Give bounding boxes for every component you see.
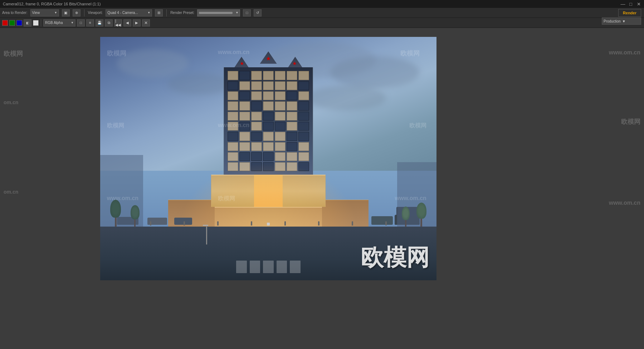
- window-cell: [298, 71, 309, 80]
- viewport-icon-btn[interactable]: ⊞: [155, 9, 163, 16]
- channel-btn2[interactable]: ≡: [86, 19, 94, 26]
- window-cell: [287, 112, 297, 121]
- window-cell: [228, 152, 238, 161]
- window-cell: [263, 132, 274, 141]
- production-dropdown[interactable]: Production ▼: [602, 18, 641, 25]
- right-panel: www.om.cn 欧模网 www.om.cn: [437, 28, 644, 349]
- window-cell: [251, 91, 262, 100]
- area-dropdown-arrow: ▼: [54, 11, 57, 14]
- window-cell: [239, 152, 250, 161]
- window-cell: [239, 91, 250, 100]
- window-cell: [251, 81, 262, 90]
- window-cell: [287, 142, 297, 151]
- sep2: [166, 9, 167, 16]
- window-cell: [287, 71, 297, 80]
- channel-value: RGB Alpha: [45, 21, 63, 25]
- window-cell: [298, 101, 309, 110]
- window-cell: [275, 81, 286, 90]
- area-dropdown[interactable]: View ▼: [30, 9, 59, 16]
- tool-btn2[interactable]: ⧉: [105, 19, 113, 26]
- window-cell: [251, 101, 262, 110]
- area-label: Area to Render:: [2, 11, 28, 15]
- window-cell: [251, 71, 262, 80]
- window-cell: [263, 162, 274, 171]
- window-cell: [251, 162, 262, 171]
- window-cell: [239, 71, 250, 80]
- window-cell: [298, 112, 309, 121]
- window-cell: [287, 101, 297, 110]
- window-cell: [298, 91, 309, 100]
- channel-btn1[interactable]: □: [77, 19, 85, 26]
- stripe-2: [250, 261, 260, 273]
- swatch-blue[interactable]: [16, 20, 22, 26]
- sep1: [84, 9, 84, 16]
- watermark-right-mid: 欧模网: [621, 117, 640, 126]
- preset-icon-btn1[interactable]: □: [243, 9, 251, 16]
- toolbar-row-2: ◧ RGB Alpha ▼ □ ≡ 💾 ⧉ |◀◀ ◀ ▶ ✕: [0, 18, 644, 28]
- window-cell: [275, 152, 286, 161]
- crosswalk: [236, 261, 301, 273]
- window-cell: [239, 142, 250, 151]
- cloud-4: [167, 73, 232, 95]
- swatch-green[interactable]: [9, 20, 15, 26]
- window-cell: [228, 91, 238, 100]
- production-value: Production: [604, 19, 621, 23]
- close-button[interactable]: ✕: [636, 1, 641, 6]
- area-icon-btn1[interactable]: ▣: [62, 9, 70, 16]
- street-light-left: [201, 225, 208, 226]
- window-cell: [275, 101, 286, 110]
- watermark-right-bottom: www.om.cn: [609, 200, 640, 206]
- area-icon-btn2[interactable]: ⊕: [73, 9, 80, 16]
- window-cell: [263, 122, 274, 131]
- left-panel: 欧模网 om.cn om.cn: [0, 28, 100, 349]
- window-cell: [263, 91, 274, 100]
- star-left: ★: [240, 60, 244, 66]
- window-cell: [251, 142, 262, 151]
- swatch-red[interactable]: [2, 20, 8, 26]
- viewport-dropdown-arrow: ▼: [147, 11, 150, 14]
- cloud-3: [330, 56, 420, 88]
- channel-dropdown[interactable]: RGB Alpha ▼: [43, 19, 75, 26]
- tool-btn1[interactable]: 💾: [96, 19, 103, 26]
- window-cell: [275, 112, 286, 121]
- tool-btn3[interactable]: |◀◀: [114, 19, 122, 26]
- preset-label: Render Preset:: [170, 11, 194, 15]
- window-cell: [239, 132, 250, 141]
- toggle-btn[interactable]: ◧: [24, 19, 31, 26]
- bg-building-left: [100, 155, 143, 227]
- window-cell: [239, 162, 250, 171]
- window-cell: [287, 162, 297, 171]
- window-cell: [263, 142, 274, 151]
- tool-btn4[interactable]: ◀: [123, 19, 131, 26]
- main-content: 欧模网 om.cn om.cn: [0, 28, 644, 349]
- building-render: ★ ★ ★: [100, 37, 436, 280]
- window-cell: [228, 142, 238, 151]
- minimize-button[interactable]: —: [620, 1, 625, 6]
- preset-icon-btn2[interactable]: ↺: [254, 9, 262, 16]
- tower-windows: [228, 71, 309, 171]
- window-cell: [239, 101, 250, 110]
- entrance-glow: [254, 173, 283, 207]
- preset-dropdown[interactable]: ▼: [197, 9, 240, 16]
- window-cell: [263, 81, 274, 90]
- swatch-white[interactable]: [33, 20, 39, 26]
- maximize-button[interactable]: □: [628, 1, 633, 6]
- window-cell: [275, 162, 286, 171]
- render-button[interactable]: Render: [618, 9, 641, 17]
- window-cell: [251, 152, 262, 161]
- viewport-dropdown[interactable]: Quad 4 - Camera... ▼: [106, 9, 152, 16]
- window-cell: [228, 112, 238, 121]
- window-cell: [275, 91, 286, 100]
- delete-btn[interactable]: ✕: [142, 19, 150, 26]
- window-cell: [263, 152, 274, 161]
- window-cell: [275, 71, 286, 80]
- window-controls[interactable]: — □ ✕: [620, 1, 641, 6]
- sep3: [41, 19, 41, 26]
- window-cell: [275, 132, 286, 141]
- window-cell: [228, 122, 238, 131]
- window-cell: [287, 91, 297, 100]
- preset-bar: [199, 12, 233, 14]
- area-value: View: [32, 11, 40, 15]
- tool-btn5[interactable]: ▶: [133, 19, 141, 26]
- watermark-left-bottom: om.cn: [4, 189, 18, 195]
